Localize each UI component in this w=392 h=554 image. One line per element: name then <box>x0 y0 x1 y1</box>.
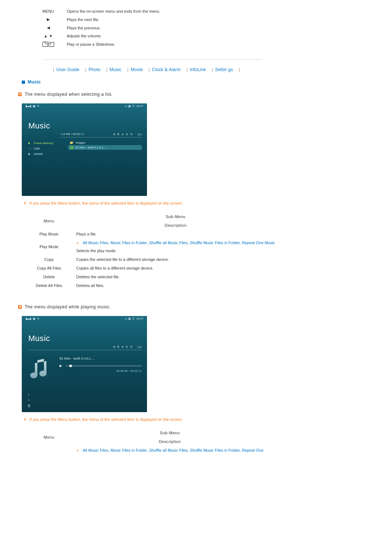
screenshot-title: Music <box>22 324 147 345</box>
storage-item: ■Frame Memory <box>28 140 68 146</box>
star-bullet-icon: ✦ <box>76 241 79 245</box>
table-row: DeleteDeletes the selected file. <box>25 272 279 281</box>
nav-separator: | <box>85 67 86 72</box>
table-row: Play Mode✦All Music Files, Music Files i… <box>25 238 279 255</box>
storage-sidebar: ■Frame Memory↔USB■SD/MS <box>22 140 68 157</box>
col-menu: Menu <box>25 428 73 446</box>
nav-link-movie[interactable]: Movie <box>131 67 143 72</box>
play-icon: ▶ <box>60 364 62 368</box>
col-submenu: Sub-Menu <box>73 212 279 221</box>
play-controls: ▶ <box>60 364 142 368</box>
remote-buttons-table: MENUOpens the on-screen menu and exits f… <box>33 7 163 49</box>
nav-separator: | <box>53 67 54 72</box>
file-info: 1.8 MB / 00:02:11 <box>61 133 84 136</box>
nav-link-music[interactable]: Music <box>110 67 122 72</box>
nav-separator: | <box>239 67 240 72</box>
left-arrow-icon: ◀ <box>33 24 64 32</box>
info-note-text: If you press the Menu button, the menu o… <box>29 201 183 205</box>
section-title-row: Music <box>22 79 370 85</box>
sub-heading-2: The menu displayed while playing music. <box>18 304 370 309</box>
table-row: Delete All FilesDeletes all files. <box>25 281 279 290</box>
button-description: Play or pause a Slideshow. <box>64 40 163 49</box>
x-icon: ✕ <box>23 201 26 206</box>
play-mode-icons: ⟲⥁⤨⤧↻ 1/1 <box>111 133 142 136</box>
col-desc: Description <box>73 437 267 446</box>
menu-description: ✦All Music Files, Music Files in Folder,… <box>73 238 279 255</box>
info-note-2: ✕ If you press the Menu button, the menu… <box>23 417 370 422</box>
nav-separator: | <box>187 67 188 72</box>
button-row: MENUOpens the on-screen menu and exits f… <box>33 7 163 15</box>
col-submenu: Sub-Menu <box>73 428 267 437</box>
file-column: 📁images♫01 intro - work it (.m.)...... <box>68 140 147 157</box>
square-bullet-icon <box>22 81 25 84</box>
menu-name: Delete <box>25 272 73 281</box>
nav-links: |User Guide |Photo |Music |Movie |Clock … <box>51 67 370 72</box>
sub-heading-text: The menu displayed while playing music. <box>25 304 111 309</box>
button-description: Adjusts the volume. <box>64 32 163 40</box>
screenshot-title: Music <box>22 111 147 133</box>
button-row: ▶Plays the next file. <box>33 15 163 24</box>
button-row: Play or pause a Slideshow. <box>33 40 163 49</box>
nav-separator: | <box>106 67 107 72</box>
slideshow-play-icon <box>49 42 54 47</box>
storage-item: ■SD/MS <box>28 151 68 157</box>
button-label: MENU <box>33 7 64 15</box>
table-row: CopyCopies the selected file to a differ… <box>25 255 279 264</box>
slideshow-icon <box>33 40 64 49</box>
section-title: Music <box>28 79 41 85</box>
file-item: 📁images <box>68 140 142 145</box>
table-row: ✦ All Music Files, Music Files in Folder… <box>25 446 267 455</box>
nav-link-infolink[interactable]: InfoLink <box>190 67 206 72</box>
status-right: ▭ ▦ ☱ 15:37 <box>124 104 143 111</box>
menu-description: Deletes the selected file. <box>73 272 279 281</box>
info-note-text: If you press the Menu button, the menu o… <box>29 417 183 422</box>
nav-link-clock-alarm[interactable]: Clock & Alarm <box>152 67 181 72</box>
submenu-options: All Music Files, Music Files in Folder, … <box>83 448 264 452</box>
menu-name: Play Music <box>25 230 73 238</box>
table-row: Play MusicPlays a file. <box>25 230 279 238</box>
nav-link-user-guide[interactable]: User Guide <box>56 67 79 72</box>
button-description: Plays the next file. <box>64 15 163 24</box>
x-icon: ✕ <box>23 417 26 422</box>
bottom-icons: ♪⚬≣ <box>28 393 30 408</box>
status-icons: ▮▬▮▣⟳ <box>25 317 41 324</box>
menu-description: Copies the selected file to a different … <box>73 255 279 264</box>
status-icons: ▮▬▮▣⟳ <box>25 104 41 111</box>
menu-description: Plays a file. <box>73 230 279 238</box>
music-play-screenshot: ▮▬▮▣⟳ ▭ ▦ ☱ 15:37 Music ⟲⥁⤨⤧↻ 1/1 <box>22 316 147 412</box>
menu-name: Delete All Files <box>25 281 73 290</box>
button-description: Opens the on-screen menu and exits from … <box>64 7 163 15</box>
sub-heading-1: The menu displayed when selecting a list… <box>18 92 370 97</box>
progress-bar <box>66 365 142 366</box>
nav-separator: | <box>127 67 128 72</box>
nav-link-settin-gs[interactable]: Settin gs <box>215 67 233 72</box>
music-list-screenshot: ▮▬▮▣⟳ ▭ ▦ ☱ 15:37 Music 1.8 MB / 00:02:1… <box>22 103 147 196</box>
right-arrow-icon: ▶ <box>33 15 64 24</box>
time-display: 00:00:00 / 00:02:11 <box>60 368 142 372</box>
menu-description: Deletes all files. <box>73 281 279 290</box>
menu-table-list: Menu Sub-Menu Description Play MusicPlay… <box>25 212 279 290</box>
star-bullet-icon: ✦ <box>76 449 79 452</box>
track-name: 01 intro - work it (.m.)..... <box>60 357 142 364</box>
menu-name: Copy All Files <box>25 264 73 272</box>
menu-table-play: Menu Sub-Menu Description ✦ All Music Fi… <box>25 428 267 455</box>
nav-separator: | <box>148 67 150 72</box>
menu-description: Copies all files to a different storage … <box>73 264 279 272</box>
table-row: Copy All FilesCopies all files to a diff… <box>25 264 279 272</box>
menu-name: Copy <box>25 255 73 264</box>
rotate-icon <box>42 42 48 47</box>
button-description: Plays the previous. <box>64 24 163 32</box>
info-note-1: ✕ If you press the Menu button, the menu… <box>23 201 370 206</box>
button-row: ▲ ▼Adjusts the volume. <box>33 32 163 40</box>
up-down-arrow-icon: ▲ ▼ <box>33 32 64 40</box>
plus-square-icon <box>18 305 22 309</box>
storage-item: ↔USB <box>28 146 68 151</box>
plus-square-icon <box>18 93 22 96</box>
col-desc: Description <box>73 221 279 230</box>
nav-link-photo[interactable]: Photo <box>89 67 101 72</box>
button-row: ◀Plays the previous. <box>33 24 163 32</box>
music-note-icon <box>28 357 54 386</box>
status-right: ▭ ▦ ☱ 15:37 <box>124 317 143 324</box>
sub-heading-text: The menu displayed when selecting a list… <box>25 92 113 97</box>
play-mode-icons: ⟲⥁⤨⤧↻ 1/1 <box>111 345 142 349</box>
